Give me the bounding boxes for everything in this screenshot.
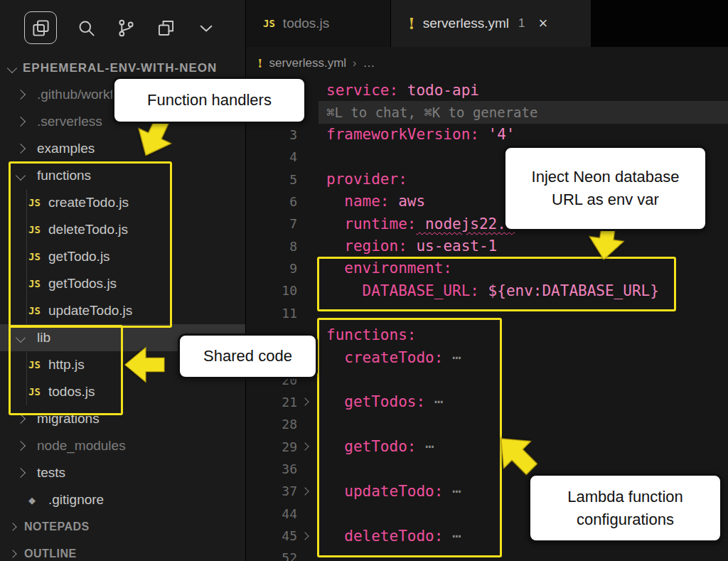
explorer-item-createtodo-js[interactable]: JScreateTodo.js xyxy=(0,189,245,216)
section-label: NOTEPADS xyxy=(24,520,90,533)
modified-badge: 1 xyxy=(518,16,525,31)
explorer-item-todos-js[interactable]: JStodos.js xyxy=(0,378,245,405)
fold-chevron-icon[interactable] xyxy=(301,398,309,406)
tab-label: todos.js xyxy=(283,16,329,31)
callout-text: configurations xyxy=(577,508,674,531)
layout-icon[interactable] xyxy=(155,17,176,38)
explorer-item-label: http.js xyxy=(48,357,85,373)
explorer-item-gitignore[interactable]: ◆.gitignore xyxy=(0,486,245,513)
line-number: 10 xyxy=(246,283,297,298)
breadcrumb-file[interactable]: serverless.yml xyxy=(269,56,346,70)
chevron-down-icon[interactable] xyxy=(195,17,216,38)
code-line-text: provider: xyxy=(313,171,407,188)
code-line[interactable]: 8 region: us-east-1 xyxy=(246,235,728,257)
code-line[interactable]: 10 DATABASE_URL: ${env:DATABASE_URL} xyxy=(246,279,728,301)
chevron-right-icon[interactable] xyxy=(16,117,26,127)
tab-serverless-yml[interactable]: ! serverless.yml 1 × xyxy=(391,0,591,47)
explorer-item-deletetodo-js[interactable]: JSdeleteTodo.js xyxy=(0,216,245,243)
line-number: 44 xyxy=(246,506,297,521)
file-icon: ◆ xyxy=(28,495,36,506)
explorer-item-gettodos-js[interactable]: JSgetTodos.js xyxy=(0,270,245,297)
code-line-text: getTodo: ⋯ xyxy=(313,438,434,455)
code-line-text: createTodo: ⋯ xyxy=(313,349,461,366)
line-number: 52 xyxy=(246,550,297,561)
chevron-right-icon[interactable] xyxy=(16,468,26,478)
chevron-right-icon[interactable] xyxy=(16,144,26,154)
breadcrumb-more[interactable]: … xyxy=(363,56,375,70)
explorer-item-label: todos.js xyxy=(48,384,95,400)
js-icon: JS xyxy=(28,359,41,370)
explorer-item-label: tests xyxy=(37,465,65,481)
notepads-section-header[interactable]: NOTEPADS xyxy=(0,513,245,540)
code-line[interactable]: 11 xyxy=(246,301,728,324)
code-line-text: runtime: nodejs22.x xyxy=(313,215,515,233)
line-number: 5 xyxy=(246,172,297,187)
code-line-text: environment: xyxy=(313,260,452,277)
explorer-item-node-modules[interactable]: node_modules xyxy=(0,432,245,459)
explorer-item-gettodo-js[interactable]: JSgetTodo.js xyxy=(0,243,245,270)
explorer-icon[interactable] xyxy=(24,11,57,44)
code-line[interactable]: functions: xyxy=(246,324,728,346)
code-line-text: getTodos: ⋯ xyxy=(313,393,443,410)
activity-bar xyxy=(0,0,245,55)
search-icon[interactable] xyxy=(75,17,97,38)
chevron-down-icon[interactable] xyxy=(16,333,26,343)
line-number: 28 xyxy=(246,417,297,432)
explorer-item-functions[interactable]: functions xyxy=(0,162,245,189)
ai-hint: ⌘L to chat, ⌘K to generate xyxy=(318,101,728,123)
line-number: 6 xyxy=(246,194,297,209)
code-line[interactable]: 20 xyxy=(246,368,728,390)
breadcrumb-separator: › xyxy=(353,57,356,70)
line-number: 7 xyxy=(246,216,297,231)
yaml-file-icon: ! xyxy=(408,14,415,33)
explorer-title-label: EPHEMERAL-ENV-WITH-NEON xyxy=(23,61,217,75)
code-line-text: updateTodo: ⋯ xyxy=(313,483,461,500)
tab-bar: JS todos.js ! serverless.yml 1 × xyxy=(246,0,728,47)
code-line[interactable]: 9 environment: xyxy=(246,257,728,279)
explorer-item-migrations[interactable]: migrations xyxy=(0,405,245,432)
code-line[interactable]: 21 getTodos: ⋯ xyxy=(246,391,728,413)
callout-function-handlers: Function handlers xyxy=(112,77,306,124)
callout-inject-neon: Inject Neon database URL as env var xyxy=(503,146,707,231)
explorer-item-label: deleteTodo.js xyxy=(48,222,128,237)
outline-section-header[interactable]: OUTLINE xyxy=(0,540,245,561)
explorer-item-label: migrations xyxy=(37,411,100,427)
breadcrumb: ! serverless.yml › … xyxy=(246,47,728,79)
code-line[interactable]: ⌘L to chat, ⌘K to generate xyxy=(246,101,728,123)
callout-text: URL as env var xyxy=(552,188,659,211)
code-line[interactable]: 28 xyxy=(246,413,728,435)
explorer-item-examples[interactable]: examples xyxy=(0,135,245,162)
fold-chevron-icon[interactable] xyxy=(301,487,309,495)
fold-chevron-icon[interactable] xyxy=(301,532,309,540)
callout-shared-code: Shared code xyxy=(178,333,318,379)
code-line-text: deleteTodo: ⋯ xyxy=(313,528,461,545)
explorer-item-label: createTodo.js xyxy=(48,195,129,210)
code-line[interactable]: service: todo-api xyxy=(246,79,728,101)
code-line[interactable]: 3frameworkVersion: '4' xyxy=(246,124,728,146)
tab-todos-js[interactable]: JS todos.js xyxy=(246,0,391,47)
chevron-down-icon xyxy=(7,63,17,73)
chevron-right-icon[interactable] xyxy=(16,414,26,424)
chevron-down-icon[interactable] xyxy=(16,171,26,181)
line-number: 36 xyxy=(246,461,297,476)
chevron-right-icon[interactable] xyxy=(16,90,26,100)
code-line[interactable]: 52 xyxy=(246,547,728,561)
chevron-right-icon[interactable] xyxy=(16,441,26,451)
explorer-item-updatetodo-js[interactable]: JSupdateTodo.js xyxy=(0,297,245,324)
code-line-text: DATABASE_URL: ${env:DATABASE_URL} xyxy=(313,282,659,299)
line-number: 11 xyxy=(246,306,297,321)
close-icon[interactable]: × xyxy=(539,14,548,33)
code-line[interactable]: createTodo: ⋯ xyxy=(246,346,728,368)
explorer-item-label: getTodos.js xyxy=(48,276,117,292)
source-control-icon[interactable] xyxy=(115,17,136,38)
explorer-item-label: examples xyxy=(37,141,95,156)
explorer-item-label: .serverless xyxy=(37,114,102,129)
explorer-item-tests[interactable]: tests xyxy=(0,459,245,486)
line-number: 8 xyxy=(246,239,297,254)
chevron-right-icon xyxy=(9,523,16,530)
code-line-text: name: aws xyxy=(313,193,425,210)
explorer-item-label: updateTodo.js xyxy=(48,303,132,319)
code-line-text: service: todo-api xyxy=(313,82,479,99)
fold-chevron-icon[interactable] xyxy=(301,443,309,451)
line-number: 37 xyxy=(246,483,297,498)
